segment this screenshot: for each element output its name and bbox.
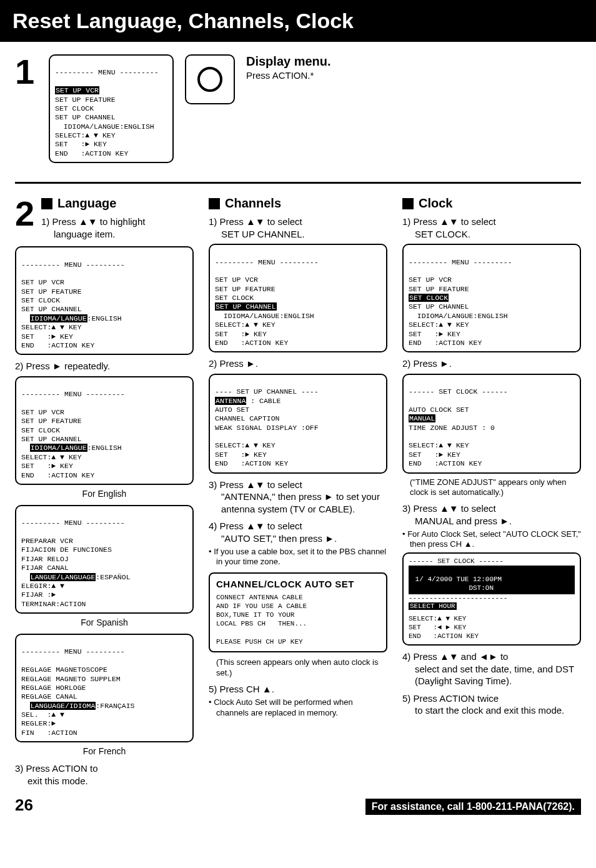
tz-note: ("TIME ZONE ADJUST" appears only when cl…: [402, 477, 581, 498]
display-menu-heading: Display menu.: [246, 54, 331, 69]
clk-step3: 3) Press ▲▼ to select MANUAL and press ►…: [402, 502, 581, 527]
ch-osd1: --------- MENU --------- SET UP VCR SET …: [209, 244, 387, 352]
clock-heading: Clock: [419, 196, 452, 211]
clk-step3-note: For Auto Clock Set, select "AUTO CLOCK S…: [402, 529, 581, 550]
clock-column: Clock 1) Press ▲▼ to select SET CLOCK. -…: [402, 196, 581, 789]
select-hour-highlight: SELECT HOUR: [409, 602, 457, 610]
square-bullet-icon: [41, 198, 52, 209]
autoset-title: CHANNEL/CLOCK AUTO SET: [216, 579, 380, 589]
lang-osd1: --------- MENU --------- SET UP VCR SET …: [15, 246, 194, 355]
page-title: Reset Language, Channels, Clock: [0, 0, 596, 42]
step-1-row: 1 --------- MENU --------- SET UP VCR SE…: [15, 54, 581, 163]
caption-french: For French: [15, 746, 194, 756]
lang-step1: 1) Press ▲▼ to highlight language item.: [41, 216, 194, 240]
ch-step1: 1) Press ▲▼ to select SET UP CHANNEL.: [209, 216, 387, 240]
step-1-number: 1: [15, 54, 37, 89]
step-2-number: 2: [15, 196, 37, 231]
autoset-caption: (This screen appears only when auto cloc…: [209, 657, 387, 678]
step1-text: Display menu. Press ACTION.*: [246, 54, 331, 81]
channel-clock-autoset-box: CHANNEL/CLOCK AUTO SET CONNECT ANTENNA C…: [209, 572, 387, 653]
ch-step3: 3) Press ▲▼ to select "ANTENNA," then pr…: [209, 479, 387, 516]
action-button-icon: [197, 67, 222, 92]
osd-header: --------- MENU ---------: [55, 68, 159, 76]
square-bullet-icon: [402, 198, 414, 209]
square-bullet-icon: [209, 198, 220, 209]
step1-osd: --------- MENU --------- SET UP VCR SET …: [49, 54, 174, 163]
autoset-body: CONNECT ANTENNA CABLE AND IF YOU USE A C…: [216, 593, 380, 647]
clk-step5: 5) Press ACTION twice to start the clock…: [402, 692, 581, 717]
ch-step2: 2) Press ►.: [209, 357, 387, 370]
ch-osd2: ---- SET UP CHANNEL ---- ANTENNA : CABLE…: [209, 374, 387, 474]
ch-step5-note: Clock Auto Set will be performed when ch…: [209, 697, 387, 718]
assistance-banner: For assistance, call 1-800-211-PANA(7262…: [365, 799, 581, 815]
lang-step3: 3) Press ACTION to exit this mode.: [15, 762, 194, 787]
lang-osd-spanish: --------- MENU --------- PREPARAR VCR FI…: [15, 505, 194, 614]
channels-heading: Channels: [225, 196, 281, 211]
lang-osd-english: --------- MENU --------- SET UP VCR SET …: [15, 376, 194, 485]
osd-lines: SET UP FEATURE SET CLOCK SET UP CHANNEL …: [55, 96, 154, 157]
clk-step4: 4) Press ▲▼ and ◄► to select and set the…: [402, 651, 581, 687]
clk-step1: 1) Press ▲▼ to select SET CLOCK.: [402, 216, 581, 240]
separator: [15, 182, 581, 184]
lang-step2: 2) Press ► repeatedly.: [15, 360, 194, 372]
clk-step2: 2) Press ►.: [402, 357, 581, 370]
ch-step4-note: If you use a cable box, set it to the PB…: [209, 547, 387, 567]
osd-highlight: SET UP VCR: [55, 86, 99, 94]
footer: 26 For assistance, call 1-800-211-PANA(7…: [0, 796, 596, 821]
ch-step5: 5) Press CH ▲.: [209, 683, 387, 696]
caption-english: For English: [15, 489, 194, 499]
clk-osd2: ------ SET CLOCK ------ AUTO CLOCK SET M…: [402, 374, 581, 474]
page-number: 26: [15, 796, 33, 815]
ch-step4: 4) Press ▲▼ to select "AUTO SET," then p…: [209, 520, 387, 544]
display-menu-sub: Press ACTION.*: [246, 70, 331, 81]
channels-column: Channels 1) Press ▲▼ to select SET UP CH…: [209, 196, 387, 789]
clk-osd3: ------ SET CLOCK ------ 1/ 4/2000 TUE 12…: [402, 552, 581, 646]
clk-osd1: --------- MENU --------- SET UP VCR SET …: [402, 244, 581, 352]
clock-date-display: 1/ 4/2000 TUE 12:00PM DST:ON: [409, 566, 575, 594]
caption-spanish: For Spanish: [15, 617, 194, 627]
lang-osd-french: --------- MENU --------- REGLAGE MAGNETO…: [15, 634, 194, 742]
language-column: 2 Language 1) Press ▲▼ to highlight lang…: [15, 196, 194, 789]
action-button-box: [185, 54, 235, 104]
language-heading: Language: [57, 196, 116, 211]
